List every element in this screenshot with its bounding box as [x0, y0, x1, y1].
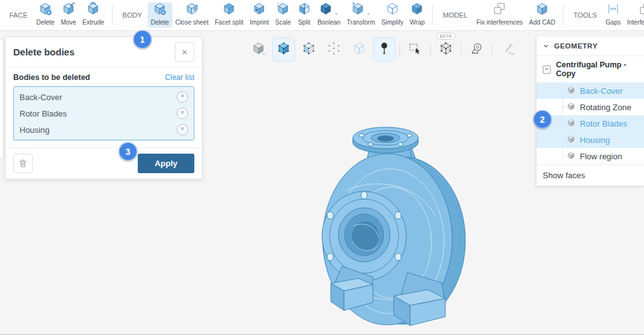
step-badge-2: 2 — [533, 110, 552, 128]
geometry-root-node[interactable]: − Centrifugal Pump - Copy — [536, 56, 644, 82]
selection-mode-toolbar: BETAAI — [247, 37, 519, 62]
tool-label: Delete — [36, 19, 55, 26]
probe-pin-icon — [377, 42, 391, 58]
tool-body-scale[interactable]: Scale — [272, 3, 294, 28]
body-list-item[interactable]: Rotor Blades× — [14, 105, 194, 122]
viewbar-divider — [399, 43, 400, 56]
tool-body-transform[interactable]: ⌄Transform — [343, 3, 378, 28]
toolbar-group-label: BODY — [117, 11, 148, 19]
body-list-item[interactable]: Back-Cover× — [14, 89, 194, 105]
tree-item-housing[interactable]: Housing — [536, 132, 644, 148]
tree-item-back-cover[interactable]: Back-Cover — [536, 82, 644, 99]
tool-label: Wrap — [410, 19, 425, 26]
tree-item-flow-region[interactable]: Flow region — [536, 148, 644, 164]
pump-model-3d[interactable] — [277, 115, 486, 335]
facet-mesh-cube-button[interactable]: BETA — [435, 37, 457, 62]
trash-button[interactable] — [13, 154, 33, 173]
add-cad-icon — [535, 2, 549, 18]
apply-button[interactable]: Apply — [138, 154, 194, 173]
tree-item-label: Housing — [580, 135, 610, 145]
tool-label: Move — [61, 19, 76, 26]
tool-body-wrap[interactable]: Wrap — [407, 3, 428, 28]
vertex-select-dots-button[interactable] — [323, 37, 345, 62]
tree-item-rotating-zone[interactable]: Rotating Zone — [536, 99, 644, 115]
tool-label: Simplify — [382, 19, 404, 26]
tool-body-imprint[interactable]: Imprint — [247, 3, 272, 28]
measure-tape-icon — [470, 42, 484, 58]
show-faces-button[interactable]: Show faces — [536, 164, 644, 186]
dialog-title: Delete bodies — [13, 47, 75, 57]
dialog-footer: Apply — [6, 147, 202, 179]
gaps-icon — [606, 2, 620, 18]
tool-model-fix-interferences[interactable]: Fix interferences — [473, 3, 526, 28]
box-select-button[interactable] — [404, 37, 426, 62]
select-mode-cube-button[interactable] — [247, 37, 270, 62]
delete-cube-icon — [153, 2, 167, 18]
tool-body-delete[interactable]: Delete — [148, 3, 172, 28]
viewbar-divider — [492, 43, 492, 56]
cube-icon — [567, 135, 575, 145]
tree-item-label: Flow region — [580, 152, 622, 161]
svg-text:AI: AI — [508, 50, 512, 54]
tool-label: Scale — [275, 19, 291, 26]
chevron-down-icon: ⌄ — [334, 9, 339, 16]
tree-item-label: Rotor Blades — [580, 119, 627, 128]
remove-item-icon[interactable]: × — [177, 124, 188, 135]
vertex-select-dots-icon — [327, 42, 341, 58]
tool-body-close-sheet[interactable]: Close sheet — [172, 3, 212, 28]
split-icon — [297, 2, 311, 18]
remove-item-icon[interactable]: × — [177, 91, 188, 103]
tool-tools-interferences[interactable]: Interferences — [624, 3, 644, 28]
probe-pin-button[interactable] — [373, 37, 396, 62]
simplify-icon — [386, 2, 399, 18]
delete-bodies-dialog: Delete bodies × Bodies to be deleted Cle… — [5, 37, 203, 179]
tool-label: Gaps — [606, 19, 621, 26]
chevron-down-icon — [543, 43, 549, 49]
tool-body-split[interactable]: Split — [294, 3, 314, 28]
tool-tools-gaps[interactable]: Gaps — [602, 3, 624, 28]
tool-label: Extrude — [82, 19, 104, 26]
collapsed-panel-handle[interactable] — [0, 39, 4, 159]
tool-body-simplify[interactable]: Simplify — [379, 3, 407, 28]
face-select-cube-icon — [302, 42, 316, 58]
tool-label: Split — [298, 19, 310, 26]
bodies-section-label: Bodies to be deleted — [13, 73, 90, 82]
cube-icon — [567, 102, 575, 113]
tool-label: Boolean — [318, 19, 341, 26]
tool-label: Close sheet — [175, 19, 209, 26]
tool-body-facet-split[interactable]: Facet split — [211, 3, 247, 28]
measure-tape-button[interactable] — [465, 37, 488, 62]
transform-icon — [351, 2, 365, 18]
cube-icon — [567, 118, 575, 129]
collapse-expander-icon[interactable]: − — [543, 65, 551, 74]
body-list-item[interactable]: Housing× — [14, 122, 194, 138]
body-select-cube-button[interactable] — [272, 37, 295, 62]
tree-item-rotor-blades[interactable]: Rotor Blades — [536, 115, 644, 132]
face-select-cube-button[interactable] — [297, 37, 320, 62]
tool-model-add-cad[interactable]: Add CAD — [526, 3, 558, 28]
close-icon[interactable]: × — [175, 42, 194, 62]
toolbar-divider — [563, 5, 564, 25]
imprint-icon — [252, 2, 266, 18]
beta-badge: BETA — [436, 33, 455, 40]
toolbar-group-label: MODEL — [437, 11, 473, 19]
tool-body-boolean[interactable]: ⌄Boolean — [314, 3, 344, 28]
toolbar-divider — [432, 5, 433, 25]
tool-face-extrude[interactable]: Extrude — [79, 3, 107, 28]
tool-face-move[interactable]: Move — [58, 3, 79, 28]
clear-list-link[interactable]: Clear list — [165, 73, 194, 82]
wrap-icon — [410, 2, 424, 18]
ai-assist-button[interactable]: AI — [496, 37, 519, 62]
toolbar-group-label: TOOLS — [568, 11, 602, 19]
remove-item-icon[interactable]: × — [177, 108, 188, 119]
body-name: Back-Cover — [19, 93, 62, 102]
box-select-icon — [408, 42, 422, 58]
transparent-cube-button[interactable] — [348, 37, 370, 62]
toolbar-group-tools: TOOLSGapsInterferences — [568, 3, 644, 28]
toolbar-group-label: FACE — [4, 11, 33, 19]
tool-face-delete[interactable]: Delete — [33, 3, 58, 28]
body-select-cube-icon — [277, 42, 291, 58]
geometry-panel-header[interactable]: GEOMETRY — [536, 37, 644, 56]
tool-label: Imprint — [250, 19, 269, 26]
toolbar-group-model: MODELFix interferencesAdd CAD — [437, 3, 558, 28]
